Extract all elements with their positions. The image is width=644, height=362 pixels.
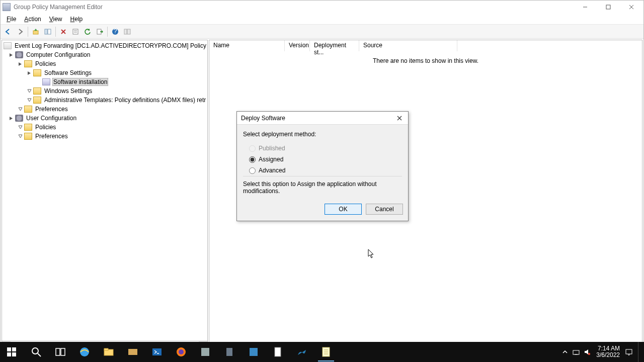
radio-advanced[interactable]: Advanced xyxy=(243,165,402,176)
taskbar-app-2[interactable] xyxy=(193,342,217,362)
svg-rect-1 xyxy=(606,5,610,9)
tree-software-settings[interactable]: Software Settings xyxy=(2,68,207,77)
app-icon xyxy=(3,3,11,11)
svg-rect-45 xyxy=(626,349,632,354)
column-name[interactable]: Name xyxy=(209,40,285,51)
column-spacer xyxy=(457,40,642,51)
taskbar-explorer[interactable] xyxy=(97,342,121,362)
tray-chevron-icon[interactable] xyxy=(561,348,569,356)
radio-assigned[interactable]: Assigned xyxy=(243,154,402,165)
svg-rect-25 xyxy=(56,348,60,355)
show-desktop-button[interactable] xyxy=(638,342,641,362)
svg-rect-42 xyxy=(573,350,579,354)
system-tray[interactable]: 7:14 AM 3/6/2022 xyxy=(561,342,644,362)
menu-help[interactable]: Help xyxy=(66,14,87,24)
tray-clock[interactable]: 7:14 AM 3/6/2022 xyxy=(594,345,622,358)
tree-software-installation[interactable]: Software installation xyxy=(2,77,207,86)
taskbar-app-1[interactable] xyxy=(121,342,145,362)
taskbar-app-5[interactable] xyxy=(266,342,290,362)
tray-volume-icon[interactable] xyxy=(583,348,591,356)
tray-network-icon[interactable] xyxy=(572,348,580,356)
svg-rect-26 xyxy=(61,348,65,355)
svg-rect-21 xyxy=(7,352,11,356)
svg-rect-19 xyxy=(7,347,11,351)
svg-point-27 xyxy=(80,347,89,356)
tree-user-preferences[interactable]: Preferences xyxy=(2,132,207,141)
svg-line-24 xyxy=(38,353,41,356)
taskbar[interactable]: 7:14 AM 3/6/2022 xyxy=(0,342,644,362)
forward-button[interactable] xyxy=(15,26,26,37)
svg-text:?: ? xyxy=(114,28,117,35)
folder-icon xyxy=(24,124,32,131)
search-button[interactable] xyxy=(24,342,48,362)
column-deployment[interactable]: Deployment st... xyxy=(310,40,359,51)
taskbar-firefox[interactable] xyxy=(169,342,193,362)
back-button[interactable] xyxy=(3,26,14,37)
tray-notifications-icon[interactable] xyxy=(625,348,633,356)
tree-user-configuration[interactable]: User Configuration xyxy=(2,114,207,123)
svg-rect-29 xyxy=(104,348,108,350)
svg-point-23 xyxy=(32,348,38,354)
column-source[interactable]: Source xyxy=(359,40,457,51)
ok-button[interactable]: OK xyxy=(325,204,362,215)
svg-rect-34 xyxy=(201,348,209,356)
taskbar-ie[interactable] xyxy=(72,342,97,362)
installer-icon xyxy=(42,78,50,85)
svg-rect-20 xyxy=(12,347,16,351)
tree-pane: Event Log Forwarding [DC1.AD.ACTIVEDIREC… xyxy=(2,40,208,349)
dialog-prompt: Select deployment method: xyxy=(243,131,402,138)
tree-user-policies[interactable]: Policies xyxy=(2,123,207,132)
folder-icon xyxy=(33,87,41,95)
svg-rect-4 xyxy=(33,31,38,34)
column-version[interactable]: Version xyxy=(285,40,310,51)
export-button[interactable] xyxy=(94,26,105,37)
policy-icon xyxy=(4,42,12,49)
tree-admx[interactable]: Administrative Templates: Policy definit… xyxy=(2,96,207,105)
tree-windows-settings[interactable]: Windows Settings xyxy=(2,86,207,96)
menu-file[interactable]: File xyxy=(3,14,20,24)
tree-computer-configuration[interactable]: Computer Configuration xyxy=(2,50,207,59)
svg-rect-36 xyxy=(250,348,258,356)
folder-icon xyxy=(24,60,32,67)
task-view-button[interactable] xyxy=(48,342,72,362)
maximize-button[interactable] xyxy=(601,3,615,12)
minimize-button[interactable] xyxy=(578,3,592,12)
tree-root[interactable]: Event Log Forwarding [DC1.AD.ACTIVEDIREC… xyxy=(2,41,207,50)
close-button[interactable] xyxy=(624,3,638,12)
svg-rect-35 xyxy=(226,348,232,356)
list-header: Name Version Deployment st... Source xyxy=(209,40,642,51)
start-button[interactable] xyxy=(0,342,24,362)
radio-advanced-input[interactable] xyxy=(249,167,256,174)
taskbar-wireshark[interactable] xyxy=(290,342,314,362)
view-mode-button[interactable] xyxy=(122,26,133,37)
folder-icon xyxy=(33,69,41,76)
taskbar-app-3[interactable] xyxy=(217,342,242,362)
svg-rect-9 xyxy=(73,29,78,34)
cancel-button[interactable]: Cancel xyxy=(366,204,403,215)
help-button[interactable]: ? xyxy=(110,26,121,37)
tree-policies[interactable]: Policies xyxy=(2,59,207,68)
taskbar-notepad[interactable] xyxy=(314,342,338,362)
refresh-button[interactable] xyxy=(82,26,93,37)
tree[interactable]: Event Log Forwarding [DC1.AD.ACTIVEDIREC… xyxy=(2,40,207,340)
dialog-close-button[interactable] xyxy=(395,114,404,123)
svg-rect-16 xyxy=(127,29,130,34)
svg-rect-22 xyxy=(12,352,16,356)
up-button[interactable] xyxy=(30,26,41,37)
svg-rect-15 xyxy=(124,29,127,34)
taskbar-app-4[interactable] xyxy=(242,342,266,362)
taskbar-powershell[interactable] xyxy=(145,342,169,362)
dialog-description: Select this option to Assign the applica… xyxy=(243,176,402,197)
svg-rect-37 xyxy=(275,347,281,356)
menubar: File Action View Help xyxy=(1,14,643,25)
radio-published: Published xyxy=(243,143,402,154)
show-hide-tree-button[interactable] xyxy=(42,26,53,37)
properties-button[interactable] xyxy=(70,26,81,37)
tree-preferences[interactable]: Preferences xyxy=(2,105,207,114)
delete-button[interactable] xyxy=(58,26,69,37)
menu-view[interactable]: View xyxy=(45,14,66,24)
folder-icon xyxy=(24,106,32,113)
svg-point-44 xyxy=(588,353,590,355)
radio-assigned-input[interactable] xyxy=(249,156,256,163)
menu-action[interactable]: Action xyxy=(20,14,45,24)
